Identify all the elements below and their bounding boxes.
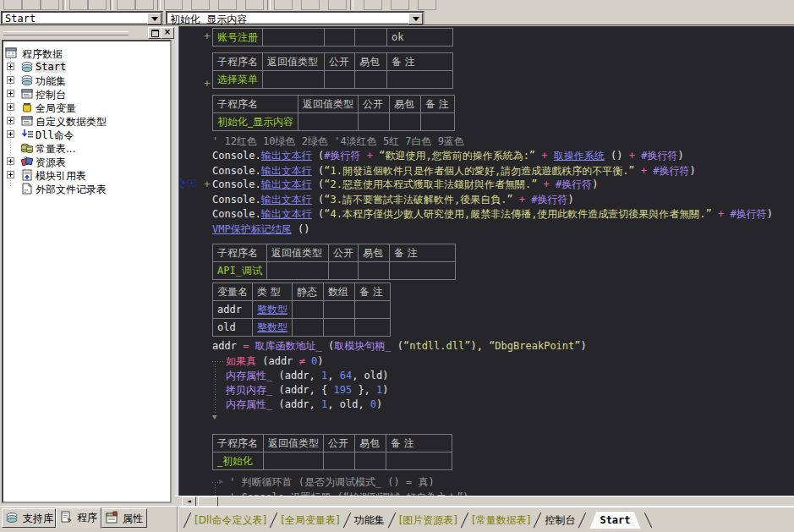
toolbar-icon[interactable] [117,0,135,10]
close-button[interactable]: × [161,27,174,39]
method-combo[interactable]: 初始化_显示内容 [166,11,424,25]
toolbar-icon[interactable] [391,0,409,10]
cell[interactable] [263,29,325,47]
cell[interactable] [355,452,386,470]
expand-plus-icon[interactable] [7,157,14,165]
sidebar-item-custom-types[interactable]: 自定义数据类型 [3,114,170,128]
tree-root-program-data[interactable]: 程序数据 [3,47,170,60]
expand-plus-icon[interactable] [7,63,14,70]
sheet-tab-constant-data[interactable]: [常量数据表] [472,513,530,528]
fold-plus-icon[interactable]: + [204,31,211,41]
fold-plus-icon[interactable]: + [204,179,211,189]
sheet-tab-start[interactable]: Start [589,512,640,529]
sidebar-item-module-refs[interactable]: 模块引用表 [3,168,170,182]
code-line-console4[interactable]: Console.输出文本行 (“3.請不要嘗試非法破解軟件,後果自負.” + #… [212,195,574,206]
chevron-down-icon[interactable] [408,13,423,25]
subroutine-name-cell[interactable]: 初始化_显示内容 [213,113,298,131]
cell[interactable] [355,71,387,89]
code-line-vmp[interactable]: VMP保护标记结尾 () [212,224,309,235]
scrollbar-thumb[interactable] [198,496,218,506]
toolbar-icon[interactable] [274,0,293,10]
sidebar-item-external-files[interactable]: 外部文件记录表 [3,182,170,195]
cell[interactable] [359,113,390,131]
toolbar-icon[interactable] [22,0,41,10]
toolbar-icon[interactable] [3,0,22,10]
cell[interactable] [325,71,355,89]
cell[interactable] [325,29,355,47]
toolbar-icon[interactable] [69,0,88,10]
toolbar-icon[interactable] [191,0,210,10]
tab-properties[interactable]: 属性 [101,508,147,528]
tab-program[interactable]: 程序 [56,507,101,529]
subroutine-name-cell[interactable]: API_调试 [213,262,267,280]
cell[interactable] [387,71,453,89]
code-line-console2[interactable]: Console.输出文本行 (“1.開發這個軟件只是作者個人的愛好,請勿造成遊戲… [212,166,696,177]
cell[interactable] [389,262,455,280]
toolbar-icon[interactable] [301,0,320,10]
cell[interactable] [264,452,324,470]
scroll-left-button[interactable]: ◄ [182,496,196,506]
chevron-down-icon[interactable] [147,13,162,25]
tab-support-libs[interactable]: 支持库 [2,508,56,528]
cell[interactable] [266,262,328,280]
sheet-tab-dll-table[interactable]: [Dll命令定义表] [194,513,266,528]
code-line-console3[interactable]: Console.输出文本行 (“2.惡意使用本程式獲取非法錢財與作者無關.” +… [212,179,599,190]
cell[interactable] [358,262,389,280]
code-editor[interactable]: + + + 账号注册 ok 子程序名 返回值类型 公开 易包 备 注 [175,26,794,506]
code-line-console5[interactable]: Console.输出文本行 (“4.本程序僅供少數人研究使用,嚴禁非法傳播,使用… [212,209,773,220]
code-line-assign[interactable]: addr = 取库函数地址_ (取模块句柄_ (“ntdll.dll”), “D… [212,341,587,352]
cell[interactable] [328,262,358,280]
cell[interactable] [293,319,324,337]
toolbar-icon[interactable] [218,0,237,10]
expand-plus-icon[interactable] [7,90,14,97]
cell[interactable] [324,319,355,337]
sidebar-item-start[interactable]: Start [3,60,170,74]
expand-plus-icon[interactable] [7,76,14,84]
expand-plus-icon[interactable] [7,171,14,178]
cell[interactable] [421,113,455,131]
subroutine-name-cell[interactable]: 选择菜单 [213,71,263,89]
cell[interactable] [386,452,452,470]
cell[interactable] [298,113,359,131]
toolbar-icon[interactable] [164,0,183,10]
sheet-tab-function-set[interactable]: 功能集 [354,513,385,528]
code-line-loop-comment[interactable]: ' 判断循环首 (是否为调试模式_ () = 真) [229,477,435,488]
sidebar-item-console[interactable]: 控制台 [3,87,170,101]
expand-plus-icon[interactable] [7,117,14,124]
var-type-cell[interactable]: 整数型 [253,301,293,319]
sheet-tab-image-resources[interactable]: [图片资源表] [399,513,457,528]
toolbar-icon[interactable] [364,0,382,10]
cell[interactable] [355,29,387,47]
expand-plus-icon[interactable] [7,103,14,111]
code-line-mem2[interactable]: 内存属性_ (addr, 1, old, 0) [226,399,382,410]
var-name-cell[interactable]: addr [213,301,253,319]
code-line-comment[interactable]: ' 12红色 10绿色 2绿色 '4淡红色 5红 7白色 9蓝色 [212,136,464,147]
horizontal-scrollbar[interactable]: ◄ [175,496,794,506]
toolbar-icon[interactable] [88,0,107,10]
sidebar-item-resources[interactable]: 资源表 [3,155,170,168]
sidebar-item-dll-commands[interactable]: Dll命令 [3,128,170,141]
panel-gripper[interactable] [3,31,129,36]
var-type-cell[interactable]: 整数型 [253,319,293,337]
sidebar-item-constants[interactable]: 常量表... [3,141,170,155]
expand-plus-icon[interactable] [7,130,14,138]
maximize-button[interactable] [148,27,162,39]
cell[interactable] [324,452,355,470]
toolbar-icon[interactable] [41,0,59,10]
sheet-tab-global-vars[interactable]: [全局变量表] [281,513,339,528]
code-line-iftrue[interactable]: 如果真 (addr ≠ 0) [226,356,324,367]
toolbar-icon[interactable] [135,0,154,10]
cell[interactable] [324,301,355,319]
sidebar-item-function-set[interactable]: 功能集 [3,74,170,87]
sidebar-item-global-vars[interactable]: 全局变量 [3,101,170,114]
cell[interactable] [293,301,324,319]
subroutine-name-cell[interactable]: _初始化 [213,452,264,470]
toolbar-icon[interactable] [328,0,347,10]
cell[interactable] [355,301,391,319]
subroutine-combo[interactable]: Start [1,11,163,25]
toolbar-icon[interactable] [418,0,436,10]
note-cell[interactable]: ok [387,29,453,47]
code-line-console1[interactable]: Console.输出文本行 (#换行符 + “歡迎使用,您當前的操作系統為:” … [212,151,684,162]
subroutine-name-cell[interactable]: 账号注册 [213,29,263,47]
toolbar-icon[interactable] [245,0,264,10]
